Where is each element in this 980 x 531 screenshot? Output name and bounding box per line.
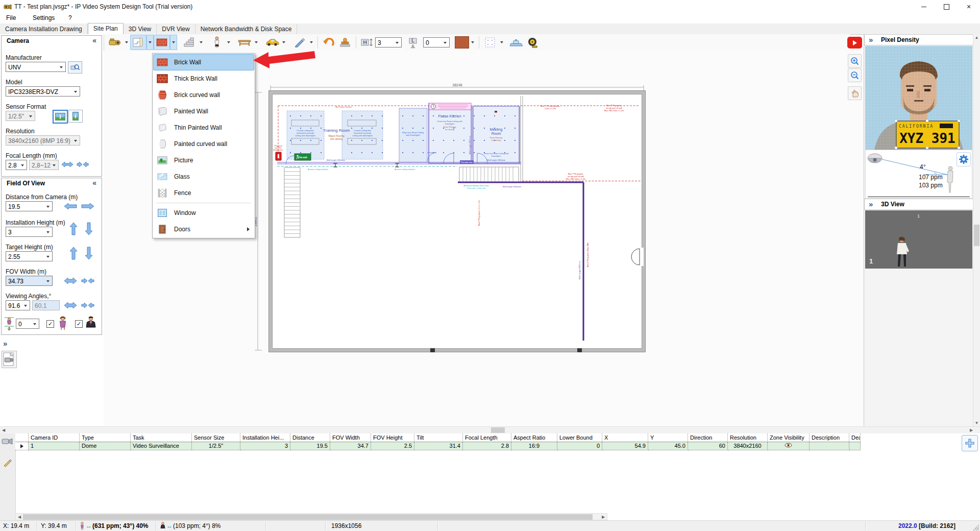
scroll-right-icon[interactable]: ▶: [968, 427, 975, 433]
fov-width-select[interactable]: 34.73: [6, 276, 53, 286]
scroll-down-icon[interactable]: ▼: [973, 420, 980, 426]
collapse-camera-icon[interactable]: «: [92, 36, 96, 44]
angle-widen-arrow-icon[interactable]: [64, 301, 77, 310]
column-header-fov-width[interactable]: FOV Width: [330, 433, 371, 442]
expand-pixel-density-icon[interactable]: »: [869, 35, 873, 44]
column-header-tilt[interactable]: Tilt: [414, 433, 463, 442]
distance-increase-arrow-icon[interactable]: [81, 202, 94, 211]
tab-site-plan[interactable]: Site Plan: [88, 23, 124, 35]
focal-widen-arrow-icon[interactable]: [61, 160, 74, 169]
minimize-button[interactable]: [913, 0, 935, 13]
focal-length-select[interactable]: 2.8: [6, 160, 27, 170]
wall-menu-item-doors[interactable]: Doors: [153, 221, 254, 237]
zoom-in-button[interactable]: [848, 54, 862, 68]
tab-network-bandwidth-disk-space[interactable]: Network Bandwidth & Disk Space: [195, 24, 298, 34]
sidebar-expander[interactable]: »: [3, 339, 7, 348]
stairs-tool-button[interactable]: [181, 35, 198, 50]
camera-search-button[interactable]: [68, 61, 82, 74]
canvas-h-thumb[interactable]: [491, 427, 505, 433]
floor-plan-tool-caret[interactable]: [146, 35, 154, 50]
furniture-tool-button[interactable]: [236, 35, 253, 50]
close-button[interactable]: ×: [958, 0, 980, 13]
wall-elevation-select[interactable]: 0: [423, 37, 450, 47]
tape-measure-button[interactable]: [525, 35, 541, 50]
column-header-type[interactable]: Type: [80, 433, 131, 442]
focal-narrow-arrow-icon[interactable]: [76, 160, 89, 169]
column-header-direction[interactable]: Direction: [688, 433, 728, 442]
pan-hand-button[interactable]: [848, 86, 862, 100]
viewing-angle-h-select[interactable]: 91.6: [6, 300, 30, 310]
distance-select[interactable]: 19.5: [6, 201, 53, 211]
wall-menu-item-painted-wall[interactable]: Painted Wall: [153, 103, 254, 119]
scroll-up-icon[interactable]: ▲: [973, 34, 980, 41]
manufacturer-select[interactable]: UNV: [6, 62, 66, 72]
column-header-camera-id[interactable]: Camera ID: [29, 433, 80, 442]
model-select[interactable]: IPC3238ER3-DVZ: [6, 86, 80, 96]
wall-tool-caret[interactable]: [170, 35, 177, 50]
fov-widen-arrow-icon[interactable]: [64, 276, 77, 285]
focal-range-select[interactable]: 2,8~12: [29, 160, 59, 170]
vertical-scrollbar[interactable]: ▲ ▼: [973, 34, 980, 426]
column-header-y[interactable]: Y: [648, 433, 688, 442]
pixel-density-header[interactable]: » Pixel Density: [864, 34, 973, 45]
sensor-format-select[interactable]: 1/2.5": [6, 111, 35, 121]
install-up-arrow-icon[interactable]: [67, 224, 80, 233]
wall-menu-item-thick-brick-wall[interactable]: Thick Brick Wall: [153, 70, 254, 87]
tab-3d-view[interactable]: 3D View: [124, 24, 157, 34]
table-scroll-right-icon[interactable]: ▶: [600, 514, 607, 520]
column-header-task[interactable]: Task: [131, 433, 192, 442]
menu-file[interactable]: File: [4, 14, 18, 22]
camera-tool-icon[interactable]: [2, 437, 14, 448]
column-header-installation-hei[interactable]: Installation Hei...: [240, 433, 290, 442]
column-header-fov-height[interactable]: FOV Height: [371, 433, 414, 442]
stairs-tool-caret[interactable]: [198, 35, 205, 50]
column-header-dea[interactable]: Dea: [849, 433, 861, 442]
pixel-density-settings-button[interactable]: [957, 152, 971, 166]
wall-menu-item-brick-wall[interactable]: Brick Wall: [153, 54, 254, 70]
target-down-arrow-icon[interactable]: [82, 249, 95, 258]
projection-tool-button[interactable]: [508, 35, 525, 50]
stamp-button[interactable]: [337, 35, 353, 50]
maximize-button[interactable]: [935, 0, 958, 13]
wall-height-select[interactable]: 3: [375, 37, 402, 47]
floor-plan-tool-button[interactable]: [130, 35, 146, 50]
column-header-lower-bound[interactable]: Lower Bound: [557, 433, 602, 442]
edit-tool-icon[interactable]: [3, 457, 13, 469]
wall-color-caret[interactable]: [469, 35, 476, 50]
view3d-header[interactable]: » 3D View: [864, 199, 973, 210]
add-camera-button[interactable]: [107, 35, 123, 50]
table-h-scrollbar[interactable]: ◀ ▶: [15, 513, 607, 520]
grid-tool-caret[interactable]: [498, 35, 505, 50]
view3d-viewport[interactable]: 1 1: [865, 210, 972, 269]
column-header-zone-visibility[interactable]: Zone Visibility: [768, 433, 810, 442]
wall-menu-item-glass[interactable]: Glass: [153, 168, 254, 185]
add-row-button[interactable]: [962, 435, 978, 451]
menu-[interactable]: ?: [66, 14, 74, 22]
person-tool-button[interactable]: [209, 35, 225, 50]
video-help-button[interactable]: [847, 37, 862, 49]
column-header-distance[interactable]: Distance: [290, 433, 330, 442]
column-header-description[interactable]: Description: [810, 433, 849, 442]
person-offset-select[interactable]: 0: [16, 319, 39, 329]
wall-menu-item-painted-curved-wall[interactable]: Painted curved wall: [153, 136, 254, 152]
column-header-resolution[interactable]: Resolution: [728, 433, 768, 442]
wall-menu-item-thin-painted-wall[interactable]: Thin Painted Wall: [153, 119, 254, 136]
tab-dvr-view[interactable]: DVR View: [157, 24, 195, 34]
wall-tool-button[interactable]: [154, 35, 170, 50]
column-header-x[interactable]: X: [602, 433, 648, 442]
table-scroll-left-icon[interactable]: ◀: [16, 514, 23, 520]
wall-menu-item-fence[interactable]: Fence: [153, 185, 254, 201]
column-header-focal-length[interactable]: Focal Length: [463, 433, 511, 442]
wall-menu-item-window[interactable]: Window: [153, 205, 254, 221]
table-row[interactable]: 1DomeVideo Surveillance1/2.5"319.534.72.…: [15, 442, 861, 450]
canvas-h-scrollbar[interactable]: ◀ ▶: [0, 426, 980, 434]
show-male-checkbox[interactable]: ✓: [75, 320, 83, 328]
camera-tool-caret[interactable]: [123, 35, 130, 50]
install-height-select[interactable]: 3: [6, 227, 53, 237]
expand-3d-view-icon[interactable]: »: [869, 200, 873, 208]
landscape-orientation-button[interactable]: [53, 110, 68, 124]
angle-narrow-arrow-icon[interactable]: [81, 301, 94, 310]
wall-menu-item-brick-curved-wall[interactable]: Brick curved wall: [153, 87, 254, 103]
resolution-select[interactable]: 3840x2160 (8MP 16:9): [6, 135, 80, 146]
portrait-orientation-button[interactable]: [68, 110, 83, 123]
